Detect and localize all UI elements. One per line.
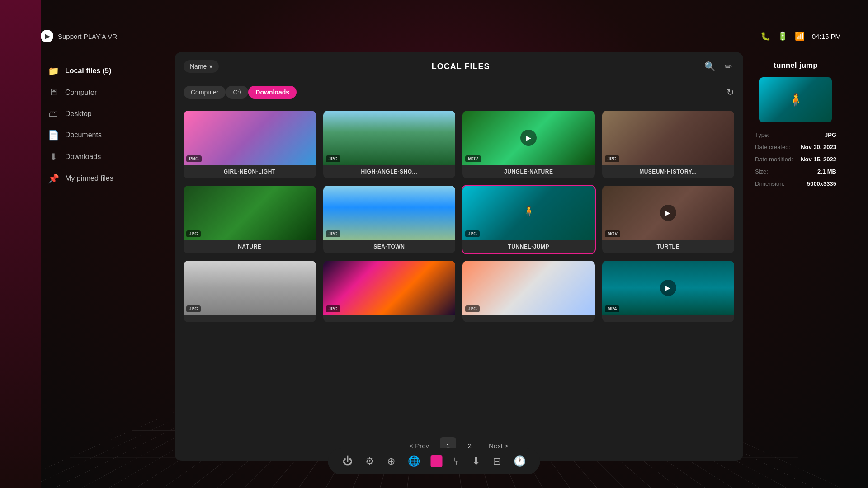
settings-button[interactable]: ⚙ bbox=[363, 454, 376, 469]
file-type-jungle: MOV bbox=[465, 155, 481, 162]
size-label: Size: bbox=[755, 168, 768, 175]
files-active-indicator[interactable] bbox=[431, 455, 443, 467]
thumbnail-tunnel: 🧍 JPG bbox=[462, 186, 595, 240]
file-name-girl: GIRL-NEON-LIGHT bbox=[184, 165, 316, 178]
file-type-sea: JPG bbox=[326, 230, 340, 237]
content-panel: Name ▾ LOCAL FILES 🔍 ✏ Computer C:\ Down… bbox=[175, 52, 743, 461]
detail-title: tunnel-jump bbox=[755, 61, 836, 70]
app-name-label: Support PLAY'A VR bbox=[58, 33, 117, 40]
thumbnail-underwater: ▶ MP4 bbox=[602, 261, 735, 315]
globe-button[interactable]: 🌐 bbox=[406, 454, 422, 469]
play-overlay-turtle: ▶ bbox=[602, 186, 735, 240]
type-label: Type: bbox=[755, 131, 769, 138]
sidebar-item-documents[interactable]: 📄 Documents bbox=[41, 125, 167, 145]
sort-label: Name bbox=[190, 63, 207, 70]
sidebar-item-pinned[interactable]: 📌 My pinned files bbox=[41, 169, 167, 188]
file-name-turtle: TURTLE bbox=[602, 240, 735, 253]
file-type-underwater: MP4 bbox=[605, 305, 620, 312]
file-type-museum: JPG bbox=[605, 155, 619, 162]
play-button-underwater[interactable]: ▶ bbox=[660, 280, 676, 296]
detail-created-row: Date created: Nov 30, 2023 bbox=[755, 144, 836, 150]
sidebar-item-downloads[interactable]: ⬇ Downloads bbox=[41, 147, 167, 167]
file-card-museum[interactable]: JPG MUSEUM-HISTORY... bbox=[602, 111, 735, 178]
downloads-icon: ⬇ bbox=[48, 151, 59, 162]
logo-area: ▶ Support PLAY'A VR bbox=[41, 30, 117, 42]
file-card-mountain[interactable]: JPG HIGH-ANGLE-SHO... bbox=[323, 111, 456, 178]
file-card-sea[interactable]: JPG SEA-TOWN bbox=[323, 186, 456, 253]
header-actions: 🔍 ✏ bbox=[703, 59, 734, 74]
detail-size-row: Size: 2,1 MB bbox=[755, 168, 836, 175]
refresh-button[interactable]: ↻ bbox=[726, 87, 734, 98]
status-bar: 🐛 🔋 📶 04:15 PM bbox=[760, 31, 841, 41]
file-card-nature[interactable]: JPG NATURE bbox=[184, 186, 316, 253]
bottom-toolbar: ⏻ ⚙ ⊕ 🌐 ⑂ ⬇ ⊟ 🕐 bbox=[328, 448, 540, 474]
layers-button[interactable]: ⊟ bbox=[491, 454, 503, 469]
sidebar-label-documents: Documents bbox=[65, 131, 102, 139]
file-type-girl: PNG bbox=[186, 155, 202, 162]
target-button[interactable]: ⊕ bbox=[385, 454, 397, 469]
app-logo: ▶ bbox=[41, 30, 53, 42]
sort-button[interactable]: Name ▾ bbox=[184, 60, 219, 73]
documents-icon: 📄 bbox=[48, 130, 59, 141]
file-name-tunnel: TUNNEL-JUMP bbox=[462, 240, 595, 253]
file-card-car[interactable]: JPG bbox=[323, 261, 456, 322]
detail-dimension-row: Dimension: 5000x3335 bbox=[755, 180, 836, 187]
top-bar: ▶ Support PLAY'A VR 🐛 🔋 📶 04:15 PM bbox=[41, 25, 841, 47]
file-name-sea: SEA-TOWN bbox=[323, 240, 456, 253]
sidebar-label-downloads: Downloads bbox=[65, 153, 101, 161]
type-value: JPG bbox=[825, 131, 836, 138]
file-card-tunnel[interactable]: 🧍 JPG TUNNEL-JUMP bbox=[462, 186, 595, 253]
thumbnail-sea: JPG bbox=[323, 186, 456, 240]
dimension-label: Dimension: bbox=[755, 180, 784, 187]
file-card-girl-neon[interactable]: PNG GIRL-NEON-LIGHT bbox=[184, 111, 316, 178]
detail-modified-row: Date modified: Nov 15, 2022 bbox=[755, 156, 836, 163]
breadcrumb-downloads[interactable]: Downloads bbox=[248, 86, 297, 99]
sidebar-label-pinned: My pinned files bbox=[65, 174, 113, 183]
download-toolbar-button[interactable]: ⬇ bbox=[470, 454, 482, 469]
play-overlay-underwater: ▶ bbox=[602, 261, 735, 315]
thumbnail-nature: JPG bbox=[184, 186, 316, 240]
power-button[interactable]: ⏻ bbox=[341, 454, 354, 469]
file-card-underwater[interactable]: ▶ MP4 bbox=[602, 261, 735, 322]
file-type-car: JPG bbox=[326, 305, 340, 312]
thumbnail-building: JPG bbox=[184, 261, 316, 315]
sidebar-label-computer: Computer bbox=[65, 89, 97, 97]
file-type-vr: JPG bbox=[465, 305, 480, 312]
file-type-mountain: JPG bbox=[326, 155, 340, 162]
desktop-icon: 🗃 bbox=[48, 108, 59, 119]
file-card-building[interactable]: JPG bbox=[184, 261, 316, 322]
time-display: 04:15 PM bbox=[812, 33, 841, 40]
file-type-nature: JPG bbox=[186, 230, 201, 237]
thumbnail-girl-neon: PNG bbox=[184, 111, 316, 165]
file-type-turtle: MOV bbox=[605, 230, 621, 237]
created-label: Date created: bbox=[755, 144, 790, 150]
detail-type-row: Type: JPG bbox=[755, 131, 836, 138]
detail-thumbnail: 🧍 bbox=[760, 77, 832, 122]
file-name-nature: NATURE bbox=[184, 240, 316, 253]
left-accent-bar bbox=[0, 0, 41, 488]
edit-button[interactable]: ✏ bbox=[723, 59, 734, 74]
file-name-vr bbox=[462, 315, 595, 322]
breadcrumb: Computer C:\ Downloads bbox=[184, 86, 297, 99]
breadcrumb-computer[interactable]: Computer bbox=[184, 86, 226, 99]
search-button[interactable]: 🔍 bbox=[703, 59, 717, 74]
thumbnail-vr: JPG bbox=[462, 261, 595, 315]
file-card-jungle[interactable]: ▶ MOV JUNGLE-NATURE bbox=[462, 111, 595, 178]
file-card-vr[interactable]: JPG bbox=[462, 261, 595, 322]
breadcrumb-cdrive[interactable]: C:\ bbox=[226, 86, 248, 99]
sidebar-item-computer[interactable]: 🖥 Computer bbox=[41, 83, 167, 102]
play-button-jungle[interactable]: ▶ bbox=[520, 130, 537, 146]
sidebar-item-desktop[interactable]: 🗃 Desktop bbox=[41, 104, 167, 123]
file-name-underwater bbox=[602, 315, 735, 322]
sidebar-item-local-files[interactable]: 📁 Local files (5) bbox=[41, 61, 167, 81]
sidebar: 📁 Local files (5) 🖥 Computer 🗃 Desktop 📄… bbox=[41, 52, 167, 461]
thumbnail-car: JPG bbox=[323, 261, 456, 315]
dimension-value: 5000x3335 bbox=[807, 180, 836, 187]
file-type-tunnel: JPG bbox=[465, 230, 480, 237]
file-type-building: JPG bbox=[186, 305, 201, 312]
share-button[interactable]: ⑂ bbox=[452, 454, 461, 469]
detail-thumb-image: 🧍 bbox=[760, 77, 832, 122]
clock-button[interactable]: 🕐 bbox=[512, 454, 528, 469]
play-button-turtle[interactable]: ▶ bbox=[660, 205, 676, 221]
file-card-turtle[interactable]: ▶ MOV TURTLE bbox=[602, 186, 735, 253]
